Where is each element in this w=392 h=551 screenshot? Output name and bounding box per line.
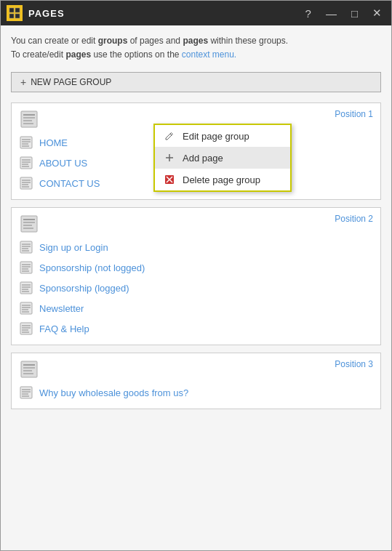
info-text: You can create or edit groups of pages a…: [11, 34, 381, 62]
add-page-icon: [164, 152, 175, 164]
page-icon-sponsorship-not-logged: [19, 260, 33, 275]
page-icon-signup: [19, 240, 33, 254]
svg-rect-30: [21, 216, 37, 232]
position-2-icon: [19, 214, 39, 234]
svg-rect-14: [20, 157, 32, 169]
position-3-page-list: Why buy wholesale goods from us?: [12, 382, 380, 409]
main-content: You can create or edit groups of pages a…: [1, 25, 391, 550]
context-menu-add[interactable]: Add page: [155, 147, 290, 169]
close-button[interactable]: ✕: [369, 5, 385, 21]
context-menu-delete-label: Delete page group: [183, 174, 260, 185]
page-label-wholesale: Why buy wholesale goods from us?: [39, 387, 188, 398]
delete-icon: [164, 174, 175, 185]
app-icon: [7, 5, 23, 21]
position-card-2: Position 2 Sign up: [11, 207, 381, 345]
page-item-faq[interactable]: FAQ & Help: [19, 318, 373, 339]
svg-rect-35: [20, 241, 32, 253]
svg-rect-40: [20, 262, 32, 273]
page-label-contact-us: CONTACT US: [39, 178, 100, 189]
page-icon-home: [19, 135, 33, 150]
svg-rect-50: [20, 302, 32, 314]
page-label-faq: FAQ & Help: [39, 323, 89, 334]
svg-rect-19: [20, 177, 32, 189]
window-controls: ? — □ ✕: [302, 5, 385, 21]
svg-rect-45: [20, 282, 32, 294]
svg-rect-9: [20, 137, 32, 148]
position-1-label: Position 1: [335, 109, 373, 119]
position-2-header: Position 2: [12, 208, 380, 237]
position-3-icon: [19, 359, 39, 379]
title-bar: PAGES ? — □ ✕: [1, 1, 391, 25]
page-item-sponsorship-not-logged[interactable]: Sponsorship (not logged): [19, 257, 373, 278]
window-title: PAGES: [28, 8, 302, 19]
position-3-label: Position 3: [335, 359, 373, 369]
position-card-1: Position 1 HOME: [11, 102, 381, 200]
svg-rect-65: [20, 387, 32, 398]
page-icon-faq: [19, 321, 33, 336]
new-group-label: NEW PAGE GROUP: [31, 77, 111, 87]
maximize-button[interactable]: □: [348, 6, 361, 21]
page-item-newsletter[interactable]: Newsletter: [19, 298, 373, 318]
position-2-label: Position 2: [335, 214, 373, 224]
page-icon-newsletter: [19, 301, 33, 315]
page-icon-wholesale: [19, 385, 33, 400]
context-menu-edit[interactable]: Edit page group: [155, 125, 290, 147]
page-label-home: HOME: [39, 137, 68, 148]
pages-window: PAGES ? — □ ✕ You can create or edit gro…: [0, 0, 392, 551]
edit-icon: [164, 130, 175, 142]
page-item-sponsorship-logged[interactable]: Sponsorship (logged): [19, 278, 373, 298]
svg-rect-60: [21, 361, 37, 377]
page-label-about-us: ABOUT US: [39, 158, 87, 169]
plus-icon: +: [20, 76, 26, 88]
page-icon-sponsorship-logged: [19, 281, 33, 295]
info-line-1: You can create or edit groups of pages a…: [11, 34, 381, 48]
page-item-signup[interactable]: Sign up or Login: [19, 237, 373, 257]
svg-line-24: [170, 134, 172, 135]
context-menu-edit-label: Edit page group: [183, 131, 249, 142]
page-label-signup: Sign up or Login: [39, 242, 108, 253]
page-icon-about-us: [19, 156, 33, 170]
minimize-button[interactable]: —: [322, 6, 340, 21]
page-label-sponsorship-logged: Sponsorship (logged): [39, 283, 129, 294]
svg-rect-0: [9, 8, 14, 12]
info-line-2: To create/edit pages use the options on …: [11, 48, 381, 62]
page-label-newsletter: Newsletter: [39, 303, 84, 314]
svg-rect-1: [15, 8, 20, 12]
svg-rect-4: [21, 111, 37, 127]
svg-rect-3: [15, 14, 20, 18]
page-icon-contact-us: [19, 176, 33, 190]
page-label-sponsorship-not-logged: Sponsorship (not logged): [39, 262, 145, 273]
position-2-page-list: Sign up or Login Sponsors: [12, 237, 380, 345]
position-1-icon: [19, 109, 39, 129]
context-menu: Edit page group Add page: [153, 124, 292, 192]
new-page-group-button[interactable]: + NEW PAGE GROUP: [11, 72, 381, 92]
svg-rect-55: [20, 323, 32, 334]
positions-list: Position 1 HOME: [11, 102, 381, 550]
help-button[interactable]: ?: [302, 6, 315, 21]
page-item-wholesale[interactable]: Why buy wholesale goods from us?: [19, 382, 373, 403]
position-card-3: Position 3 Why buy: [11, 353, 381, 409]
context-menu-add-label: Add page: [183, 153, 223, 164]
context-menu-delete[interactable]: Delete page group: [155, 169, 290, 190]
position-3-header: Position 3: [12, 353, 380, 382]
svg-rect-2: [9, 14, 14, 18]
